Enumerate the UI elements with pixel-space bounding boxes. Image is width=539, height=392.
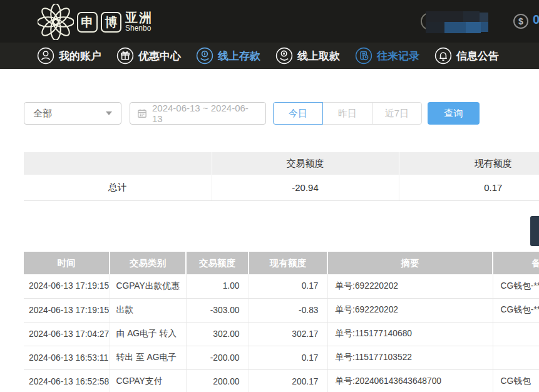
cell-type: 由 AG电子 转入 — [110, 322, 186, 346]
nav-item-label: 线上取款 — [297, 49, 340, 63]
cell-balance: 200.17 — [249, 369, 327, 392]
cell-type: CGPAY出款优惠 — [110, 274, 186, 298]
nav-item-label: 往来记录 — [377, 49, 419, 63]
last-7-days-button[interactable]: 近7日 — [372, 102, 422, 125]
type-select-value: 全部 — [33, 108, 52, 120]
nav-item-announcements[interactable]: 信息公告 — [434, 46, 499, 65]
search-button[interactable]: 查询 — [428, 102, 480, 125]
calendar-icon — [137, 108, 147, 118]
logo-char-bo: 博 — [101, 12, 121, 33]
redacted-username — [421, 10, 491, 34]
cell-summary: 单号:115177103522 — [327, 346, 493, 369]
yesterday-button[interactable]: 昨日 — [322, 102, 372, 125]
cell-time: 2024-06-13 17:04:27 — [24, 322, 110, 346]
records-table: 时间 交易类别 交易额度 现有额度 摘要 备注 2024-06-13 17:19… — [24, 252, 539, 392]
col-header-summary: 摘要 — [327, 252, 493, 274]
nav-item-label: 信息公告 — [456, 49, 499, 63]
cell-summary: 单号:692220202 — [327, 298, 493, 322]
cell-summary: 单号:115177140680 — [327, 322, 493, 346]
floating-side-widget[interactable] — [530, 216, 539, 246]
bell-icon — [434, 46, 453, 65]
summary-total-row: 总计 -20.94 0.17 — [24, 175, 539, 200]
logo-region-label: 亚洲 — [125, 11, 153, 24]
transaction-records-page: 申 博 亚洲 Shenbo $ 0 我的账户 — [0, 0, 539, 392]
nav-item-my-account[interactable]: 我的账户 — [36, 46, 101, 65]
nav-item-promotions[interactable]: 优惠中心 — [116, 46, 181, 65]
summary-table: 交易额度 现有额度 总计 -20.94 0.17 — [24, 152, 539, 201]
cell-time: 2024-06-13 17:19:15 — [24, 298, 110, 322]
cell-note — [493, 346, 539, 369]
table-row: 2024-06-13 17:19:15 CGPAY出款优惠 1.00 0.17 … — [24, 274, 539, 298]
cell-time: 2024-06-13 16:53:11 — [24, 346, 110, 369]
withdraw-icon — [275, 46, 294, 65]
today-button[interactable]: 今日 — [273, 102, 323, 125]
summary-header-amount: 交易额度 — [212, 152, 399, 175]
cell-balance: 0.17 — [249, 346, 327, 369]
col-header-time: 时间 — [24, 252, 110, 274]
cell-amount: -303.00 — [186, 298, 249, 322]
cell-time: 2024-06-13 17:19:15 — [24, 274, 110, 298]
summary-header-empty — [24, 152, 212, 175]
date-range-value: 2024-06-13 ~ 2024-06-13 — [152, 103, 259, 124]
col-header-amount: 交易额度 — [186, 252, 249, 274]
date-range-input[interactable]: 2024-06-13 ~ 2024-06-13 — [130, 102, 266, 125]
cell-type: 转出 至 AG电子 — [110, 346, 186, 369]
records-header-row: 时间 交易类别 交易额度 现有额度 摘要 备注 — [24, 252, 539, 274]
records-icon — [354, 46, 373, 65]
quick-date-buttons: 今日 昨日 近7日 — [273, 102, 422, 125]
user-icon — [36, 46, 55, 65]
table-row: 2024-06-13 17:19:15 出款 -303.00 -0.83 单号:… — [24, 298, 539, 322]
cell-note: CG钱包-*** — [493, 274, 539, 298]
nav-item-label: 优惠中心 — [138, 49, 181, 63]
cell-note: CG钱包 — [493, 369, 539, 392]
cell-type: 出款 — [110, 298, 186, 322]
brand-logo[interactable]: 申 博 亚洲 Shenbo — [38, 4, 153, 40]
summary-header-balance: 现有额度 — [399, 152, 539, 175]
summary-total-amount: -20.94 — [212, 175, 399, 200]
nav-item-label: 我的账户 — [59, 49, 101, 63]
top-bar: 申 博 亚洲 Shenbo $ 0 — [0, 0, 539, 43]
cell-amount: 1.00 — [186, 274, 249, 298]
type-select[interactable]: 全部 — [24, 102, 121, 125]
nav-item-online-withdrawal[interactable]: 线上取款 — [275, 46, 340, 65]
col-header-balance: 现有额度 — [249, 252, 327, 274]
currency-coin-icon: $ — [513, 14, 528, 29]
cell-summary: 单号:692220202 — [327, 274, 493, 298]
logo-char-shen: 申 — [77, 12, 98, 33]
cell-note: CG钱包-*** — [493, 298, 539, 322]
nav-item-transaction-records[interactable]: 往来记录 — [354, 46, 419, 65]
summary-total-label: 总计 — [24, 175, 212, 200]
cell-amount: -200.00 — [186, 346, 249, 369]
cell-time: 2024-06-13 16:52:58 — [24, 369, 110, 392]
col-header-note: 备注 — [493, 252, 539, 274]
cell-amount: 302.00 — [186, 322, 249, 346]
col-header-type: 交易类别 — [110, 252, 186, 274]
summary-total-balance: 0.17 — [399, 175, 539, 200]
gift-icon — [116, 46, 135, 65]
cell-note — [493, 322, 539, 346]
chevron-down-icon — [106, 111, 112, 115]
deposit-icon — [195, 46, 214, 65]
nav-item-label: 线上存款 — [218, 49, 260, 63]
cell-type: CGPAY支付 — [110, 369, 186, 392]
flower-logo-icon — [38, 4, 74, 40]
balance-amount: 0 — [533, 13, 539, 27]
cell-balance: 0.17 — [249, 274, 327, 298]
cell-summary: 单号:202406143643648700 — [327, 369, 493, 392]
table-row: 2024-06-13 16:52:58 CGPAY支付 200.00 200.1… — [24, 369, 539, 392]
table-row: 2024-06-13 17:04:27 由 AG电子 转入 302.00 302… — [24, 322, 539, 346]
main-nav: 我的账户 优惠中心 线上存款 — [0, 43, 539, 69]
cell-balance: -0.83 — [249, 298, 327, 322]
table-row: 2024-06-13 16:53:11 转出 至 AG电子 -200.00 0.… — [24, 346, 539, 369]
cell-amount: 200.00 — [186, 369, 249, 392]
cell-balance: 302.17 — [249, 322, 327, 346]
nav-item-online-deposit[interactable]: 线上存款 — [195, 46, 260, 65]
logo-english-name: Shenbo — [125, 24, 153, 33]
